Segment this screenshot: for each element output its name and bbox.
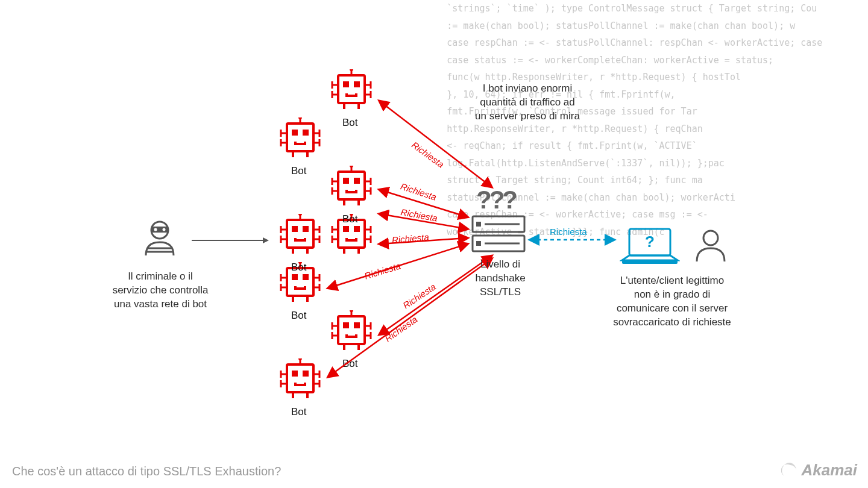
svg-point-173 [703, 231, 718, 245]
request-label-blue: Richiesta [550, 227, 587, 237]
question-marks-icon: ??? [476, 186, 515, 214]
user-icon [692, 228, 729, 267]
server-caption: Livello di handshake SSL/TLS [467, 258, 533, 299]
user-caption: L'utente/client legittimo non è in grado… [600, 274, 744, 330]
diagram-canvas: Il criminale o il servizio che controlla… [0, 0, 868, 488]
svg-rect-166 [476, 222, 481, 227]
bot-arrows [0, 0, 868, 488]
svg-text:?: ? [645, 233, 655, 251]
svg-rect-171 [622, 260, 678, 264]
svg-line-156 [380, 101, 491, 187]
svg-rect-168 [476, 241, 481, 246]
server-icon [471, 214, 526, 258]
laptop-icon: ? [620, 225, 680, 270]
